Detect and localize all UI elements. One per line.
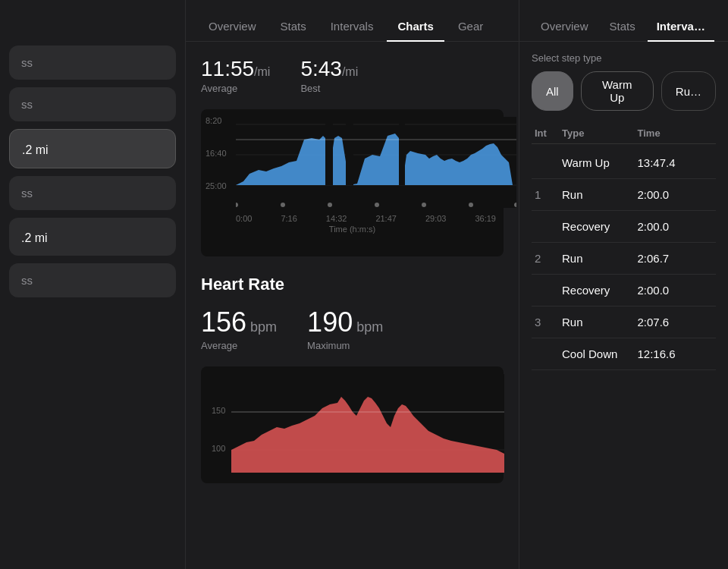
int-type-0: Warm Up	[562, 156, 638, 169]
table-row[interactable]: Warm Up 13:47.4	[532, 147, 716, 179]
svg-text:100: 100	[212, 444, 225, 453]
int-time-6: 12:16.6	[638, 347, 714, 360]
best-pace-unit: /mi	[342, 65, 358, 78]
average-pace-stat: 11:55/mi Average	[201, 57, 270, 94]
average-pace-unit: /mi	[254, 65, 270, 78]
y-label-2: 16:40	[206, 149, 227, 158]
x-label-3: 21:47	[375, 214, 397, 223]
int-time-5: 2:07.6	[638, 316, 714, 329]
filter-pills: All Warm Up Ru…	[532, 71, 716, 111]
svg-point-12	[422, 203, 426, 207]
table-row[interactable]: Cool Down 12:16.6	[532, 338, 716, 370]
int-type-2: Recovery	[562, 220, 638, 233]
heart-rate-title: Heart Rate	[201, 275, 504, 294]
pace-chart-y-labels: 8:20 16:40 25:00	[206, 117, 227, 190]
max-hr-value: 190	[307, 307, 353, 338]
max-hr-stat: 190 bpm Maximum	[307, 307, 383, 351]
pill-all[interactable]: All	[532, 71, 573, 111]
table-row[interactable]: 3 Run 2:07.6	[532, 307, 716, 338]
pace-row: 11:55/mi Average 5:43/mi Best	[201, 57, 504, 94]
avg-hr-unit: bpm	[246, 319, 277, 335]
pace-chart-x-title: Time (h:m:s)	[209, 225, 496, 234]
int-time-2: 2:00.0	[638, 220, 714, 233]
list-item[interactable]: ss	[9, 46, 176, 80]
header-int: Int	[535, 127, 562, 139]
int-time-3: 2:06.7	[638, 252, 714, 265]
table-row[interactable]: 1 Run 2:00.0	[532, 179, 716, 211]
pill-run[interactable]: Ru…	[661, 71, 716, 111]
tab-gear[interactable]: Gear	[447, 12, 494, 42]
int-number-5: 3	[535, 316, 562, 329]
step-type-label: Select step type	[532, 52, 716, 64]
table-row[interactable]: Recovery 2:00.0	[532, 211, 716, 243]
tab-charts[interactable]: Charts	[387, 12, 444, 42]
x-label-2: 14:32	[326, 214, 347, 223]
tab-stats[interactable]: Stats	[270, 12, 317, 42]
right-tab-overview[interactable]: Overview	[532, 12, 598, 42]
int-time-4: 2:00.0	[638, 284, 714, 297]
list-item-label: ss	[21, 187, 33, 200]
svg-rect-6	[346, 117, 353, 185]
middle-content: 11:55/mi Average 5:43/mi Best 8:20 16:40…	[186, 42, 519, 569]
int-time-1: 2:00.0	[638, 188, 714, 201]
average-pace-value: 11:55	[201, 57, 254, 80]
best-pace-stat: 5:43/mi Best	[300, 57, 358, 94]
avg-hr-label: Average	[201, 340, 277, 351]
x-label-1: 7:16	[281, 214, 297, 223]
int-type-1: Run	[562, 188, 638, 201]
svg-point-10	[328, 203, 332, 207]
right-tab-intervals[interactable]: Interva…	[648, 12, 714, 42]
middle-tab-bar: Overview Stats Intervals Charts Gear	[186, 0, 519, 42]
list-item-distance: .2 mi	[22, 143, 163, 157]
tab-intervals[interactable]: Intervals	[320, 12, 384, 42]
pill-warmup[interactable]: Warm Up	[581, 71, 654, 111]
int-type-4: Recovery	[562, 284, 638, 297]
svg-point-13	[469, 203, 473, 207]
right-tab-bar: Overview Stats Interva…	[519, 0, 728, 42]
max-hr-label: Maximum	[307, 340, 383, 351]
list-item-label: ss	[21, 274, 33, 287]
int-type-5: Run	[562, 316, 638, 329]
best-pace-value: 5:43	[300, 57, 342, 80]
header-type: Type	[562, 127, 638, 139]
left-panel: ss ss .2 mi ss .2 mi ss	[0, 0, 186, 569]
list-item[interactable]: .2 mi	[9, 218, 176, 256]
int-number-3: 2	[535, 252, 562, 265]
int-number-1: 1	[535, 188, 562, 201]
int-time-0: 13:47.4	[638, 156, 714, 169]
right-tab-stats[interactable]: Stats	[601, 12, 645, 42]
x-label-4: 29:03	[425, 214, 447, 223]
svg-rect-7	[399, 117, 405, 185]
right-content: Select step type All Warm Up Ru… Int Typ…	[519, 42, 728, 569]
svg-rect-5	[325, 117, 333, 185]
list-item-distance: .2 mi	[21, 231, 164, 245]
svg-point-9	[281, 203, 285, 207]
middle-panel: Overview Stats Intervals Charts Gear 11:…	[186, 0, 519, 569]
y-label-1: 8:20	[206, 117, 227, 125]
list-item-selected[interactable]: .2 mi	[9, 129, 176, 168]
y-label-3: 25:00	[206, 182, 227, 190]
pace-chart-x-axis: 0:00 7:16 14:32 21:47 29:03 36:19	[236, 214, 496, 223]
best-pace-label: Best	[300, 83, 358, 94]
list-item-label: ss	[21, 98, 33, 111]
list-item[interactable]: ss	[9, 87, 176, 121]
header-time: Time	[638, 127, 714, 139]
list-item[interactable]: ss	[9, 263, 176, 297]
average-pace-label: Average	[201, 83, 270, 94]
avg-hr-stat: 156 bpm Average	[201, 307, 277, 351]
max-hr-unit: bpm	[353, 319, 383, 335]
svg-point-11	[375, 203, 379, 207]
tab-overview[interactable]: Overview	[198, 12, 267, 42]
int-type-6: Cool Down	[562, 347, 638, 360]
x-label-0: 0:00	[236, 214, 252, 223]
svg-text:150: 150	[212, 406, 225, 415]
pace-chart: 8:20 16:40 25:00	[201, 109, 504, 256]
hr-chart: 150 100	[201, 366, 504, 483]
table-row[interactable]: Recovery 2:00.0	[532, 275, 716, 307]
table-row[interactable]: 2 Run 2:06.7	[532, 243, 716, 275]
avg-hr-value: 156	[201, 307, 246, 338]
list-item[interactable]: ss	[9, 176, 176, 210]
list-item-label: ss	[21, 56, 33, 69]
pace-chart-svg	[236, 117, 496, 211]
x-label-5: 36:19	[475, 214, 496, 223]
